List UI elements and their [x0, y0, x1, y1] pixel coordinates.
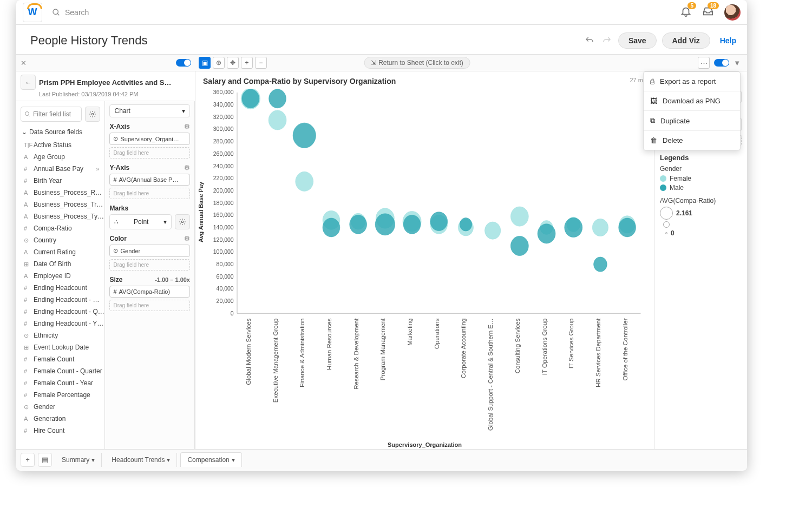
zoom-in-tool[interactable]: ⊕	[213, 57, 225, 69]
fields-group-header[interactable]: ⌄ Data Source fields	[16, 125, 104, 139]
undo-button[interactable]	[584, 35, 595, 47]
chevron-down-icon: ▾	[232, 456, 235, 464]
settings-icon[interactable]: ⚙	[184, 164, 190, 172]
legend-male[interactable]: Male	[660, 184, 742, 192]
svg-text:Consulting Services: Consulting Services	[514, 318, 520, 373]
field-item[interactable]: T|FActive Status	[16, 139, 104, 151]
field-label: Female Count - Year	[34, 379, 93, 387]
x-axis-label: Supervisory_Organization	[203, 438, 646, 449]
legend-female[interactable]: Female	[660, 175, 742, 182]
add-viz-button[interactable]: Add Viz	[662, 32, 710, 49]
field-item[interactable]: ABusiness_Process_R…	[16, 187, 104, 199]
color-pill[interactable]: ⊙Gender	[109, 245, 190, 257]
settings-icon[interactable]: ⚙	[184, 235, 190, 242]
export-report-item[interactable]: ⎙Export as a report	[644, 72, 740, 91]
svg-point-65	[460, 218, 472, 232]
fields-toggle[interactable]	[176, 59, 191, 67]
datasource-published: Last Published: 03/19/2019 04:42 PM	[39, 91, 191, 97]
field-item[interactable]: AAge Group	[16, 151, 104, 163]
size-pill[interactable]: #AVG(Compa-Ratio)	[109, 286, 190, 298]
field-item[interactable]: #Hire Count	[16, 425, 104, 437]
legend-size-mid	[660, 221, 742, 228]
chevron-down-icon: ▾	[182, 107, 185, 115]
field-item[interactable]: #Ending Headcount	[16, 282, 104, 294]
image-icon: 🖼	[650, 97, 657, 105]
yaxis-dropzone[interactable]: Drag field here	[109, 188, 190, 199]
marks-type-select[interactable]: ∴ Point▾	[109, 214, 172, 229]
xaxis-pill[interactable]: ⊙Supervisory_Organi…	[109, 133, 190, 145]
field-label: Business_Process_Ty…	[34, 213, 104, 220]
field-label: Female Count	[34, 355, 74, 363]
field-item[interactable]: ⊞Event Lookup Date	[16, 341, 104, 353]
tab-summary[interactable]: Summary▾	[55, 453, 102, 467]
xaxis-dropzone[interactable]: Drag field here	[109, 147, 190, 159]
notifications-button[interactable]: 5	[680, 5, 692, 19]
global-search[interactable]: Search	[52, 8, 680, 17]
field-filter-input[interactable]: Filter field list	[21, 107, 82, 122]
field-item[interactable]: #Female Count - Year	[16, 377, 104, 389]
field-item[interactable]: ACurrent Rating	[16, 246, 104, 258]
redo-button[interactable]	[601, 35, 613, 47]
svg-point-51	[484, 222, 500, 239]
marks-settings-button[interactable]	[175, 214, 190, 229]
fields-settings-button[interactable]	[85, 107, 100, 122]
field-item[interactable]: ABusiness_Process_Ty…	[16, 210, 104, 222]
field-label: Current Rating	[34, 248, 76, 256]
field-label: Ending Headcount - Q…	[34, 308, 104, 315]
field-item[interactable]: #Ending Headcount - Q…	[16, 306, 104, 318]
filter-icon[interactable]: ▼	[734, 59, 741, 67]
field-item[interactable]: #Compa-Ratio	[16, 222, 104, 234]
delete-item[interactable]: 🗑Delete	[644, 130, 740, 150]
size-dropzone[interactable]: Drag field here	[109, 300, 190, 311]
wrench-icon[interactable]: ✕	[21, 59, 27, 67]
field-item[interactable]: #Female Count - Quarter	[16, 365, 104, 377]
back-button[interactable]: ←	[21, 75, 36, 90]
field-type-icon: #	[24, 380, 30, 386]
svg-point-57	[242, 89, 259, 108]
field-item[interactable]: #Female Percentage	[16, 389, 104, 401]
chart-menu-button[interactable]: ⋯	[698, 57, 710, 69]
field-item[interactable]: #Ending Headcount - …	[16, 294, 104, 306]
field-item[interactable]: ⊙Gender	[16, 401, 104, 413]
download-png-item[interactable]: 🖼Download as PNG	[644, 91, 740, 110]
svg-point-44	[296, 172, 313, 191]
add-sheet-button[interactable]: +	[21, 453, 35, 467]
remove-tool[interactable]: −	[255, 57, 267, 69]
chart-plot[interactable]: 020,00040,00060,00080,000100,000120,0001…	[203, 89, 646, 438]
sheet-list-button[interactable]: ▤	[38, 453, 52, 467]
field-item[interactable]: ⊙Ethnicity	[16, 329, 104, 341]
field-item[interactable]: ⊞Date Of Birth	[16, 258, 104, 270]
y-axis-label: Avg Annual Base Pay	[198, 182, 204, 242]
field-item[interactable]: AGeneration	[16, 413, 104, 425]
help-link[interactable]: Help	[720, 36, 736, 45]
chevron-down-icon: ▾	[167, 456, 170, 464]
pan-tool[interactable]: ✥	[227, 57, 239, 69]
add-tool[interactable]: +	[241, 57, 253, 69]
right-panel-toggle[interactable]	[714, 59, 729, 67]
svg-point-63	[403, 215, 421, 234]
pointer-tool[interactable]: ▣	[199, 57, 211, 69]
inbox-button[interactable]: 18	[702, 5, 715, 19]
app-logo[interactable]: W	[23, 3, 42, 22]
return-to-sheet-button[interactable]: ⇲ Return to Sheet (Click to exit)	[364, 57, 470, 69]
chart-type-select[interactable]: Chart▾	[109, 104, 190, 117]
field-label: Business_Process_Tr…	[34, 201, 103, 208]
user-avatar[interactable]	[724, 4, 741, 21]
yaxis-pill[interactable]: #AVG(Annual Base P…	[109, 174, 190, 186]
svg-line-3	[29, 115, 30, 117]
field-item[interactable]: #Ending Headcount - Y…	[16, 318, 104, 329]
expand-icon[interactable]: »	[96, 166, 99, 172]
settings-icon[interactable]: ⚙	[184, 123, 190, 130]
tab-headcount[interactable]: Headcount Trends▾	[105, 453, 177, 467]
field-item[interactable]: AEmployee ID	[16, 270, 104, 282]
color-dropzone[interactable]: Drag field here	[109, 259, 190, 271]
field-item[interactable]: ⊙Country	[16, 234, 104, 246]
field-item[interactable]: #Female Count	[16, 353, 104, 365]
save-button[interactable]: Save	[618, 32, 657, 49]
tab-compensation[interactable]: Compensation▾	[180, 452, 241, 467]
field-item[interactable]: ABusiness_Process_Tr…	[16, 199, 104, 210]
duplicate-item[interactable]: ⧉Duplicate	[644, 110, 740, 130]
svg-text:IT Operations Group: IT Operations Group	[541, 319, 547, 375]
field-item[interactable]: #Annual Base Pay»	[16, 163, 104, 175]
field-item[interactable]: #Birth Year	[16, 175, 104, 187]
